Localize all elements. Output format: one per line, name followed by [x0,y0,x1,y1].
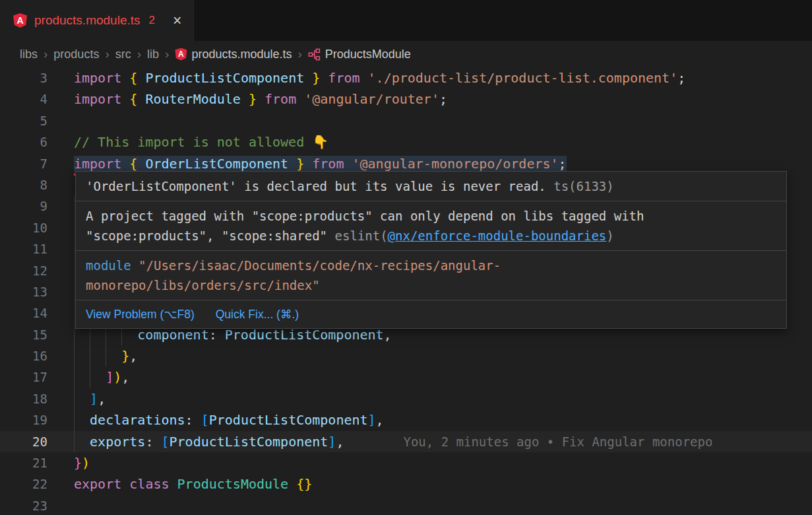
code-text[interactable]: import { RouterModule } from '@angular/r… [47,88,812,110]
line-number: 8 [0,174,47,195]
indent-guide [74,431,90,452]
code-line[interactable]: 18], [0,388,812,409]
tab-bar: A products.module.ts 2 × [0,0,812,41]
line-number: 17 [0,366,47,388]
breadcrumb-label: lib [147,48,159,61]
indent-guide [74,345,90,366]
tab-products-module[interactable]: A products.module.ts 2 × [0,0,194,41]
line-number: 15 [0,324,47,345]
breadcrumb-item-productsmodule[interactable]: ProductsModule [308,48,411,61]
code-line[interactable]: 4import { RouterModule } from '@angular/… [0,88,812,110]
line-number: 19 [0,409,47,430]
close-icon[interactable]: × [173,13,181,28]
code-text[interactable]: declarations: [ProductListComponent], [47,409,812,430]
line-number: 9 [0,195,47,217]
line-number: 10 [0,217,47,238]
tab-title: products.module.ts [34,13,141,28]
line-number: 4 [0,88,47,110]
angular-icon: A [13,13,27,28]
line-number: 5 [0,110,47,131]
breadcrumb-label: libs [20,48,38,61]
indent-guide [74,366,90,388]
line-number: 7 [0,153,47,174]
code-line[interactable]: 16}, [0,345,812,366]
hover-actions: View Problem (⌥F8)Quick Fix... (⌘.) [76,300,786,328]
angular-icon: A [175,48,187,61]
git-blame-annotation: You, 2 minutes ago • Fix Angular monorep… [403,434,712,449]
line-number: 12 [0,260,47,281]
indent-guide [74,388,90,409]
line-number: 14 [0,302,47,324]
error-underlined-code[interactable]: import { OrderListComponent } from '@ang… [74,156,567,172]
breadcrumb: libs›products›src›lib›Aproducts.module.t… [0,41,812,67]
breadcrumb-item-products-module-ts[interactable]: Aproducts.module.ts [175,48,292,61]
indent-guide [106,345,121,366]
breadcrumb-label: products [53,48,99,61]
eslint-error-message: A project tagged with "scope:products" c… [76,201,786,251]
breadcrumb-separator: › [105,47,109,61]
code-line[interactable]: 6// This import is not allowed 👇 [0,131,812,153]
hover-popup: 'OrderListComponent' is declared but its… [75,171,787,329]
view-problem-action[interactable]: View Problem (⌥F8) [86,305,195,324]
breadcrumb-separator: › [137,47,141,61]
line-number: 13 [0,281,47,302]
breadcrumb-label: src [115,48,131,61]
code-text[interactable]: // This import is not allowed 👇 [47,131,812,153]
code-line[interactable]: 19declarations: [ProductListComponent], [0,409,812,430]
breadcrumb-item-src[interactable]: src [115,48,131,61]
line-number: 23 [0,495,47,515]
breadcrumb-item-libs[interactable]: libs [20,48,38,61]
code-line[interactable]: 20exports: [ProductListComponent],You, 2… [0,431,812,452]
module-symbol-icon [308,48,321,61]
code-line[interactable]: 5 [0,110,812,131]
breadcrumb-separator: › [297,47,301,61]
code-text[interactable]: ], [47,388,812,409]
line-number: 16 [0,345,47,366]
code-text[interactable]: import { ProductListComponent } from './… [47,67,812,88]
breadcrumb-item-lib[interactable]: lib [147,48,159,61]
code-text[interactable] [47,495,812,515]
code-text[interactable]: ]), [47,366,812,388]
module-path-info: module "/Users/isaac/Documents/code/nx-r… [76,251,786,300]
code-text[interactable] [47,110,812,131]
indent-guide [74,409,90,430]
ts-error-message: 'OrderListComponent' is declared but its… [76,172,786,201]
code-line[interactable]: 3import { ProductListComponent } from '.… [0,67,812,88]
code-line[interactable]: 17]), [0,366,812,388]
breadcrumb-label: products.module.ts [191,48,292,61]
code-line[interactable]: 23 [0,495,812,515]
line-number: 21 [0,452,47,473]
quick-fix-action[interactable]: Quick Fix... (⌘.) [216,305,299,324]
code-line[interactable]: 21}) [0,452,812,473]
line-number: 20 [0,431,47,452]
line-number: 11 [0,238,47,259]
code-text[interactable]: }, [47,345,812,366]
eslint-rule-link[interactable]: @nx/enforce-module-boundaries [388,228,607,243]
breadcrumb-separator: › [44,47,47,61]
breadcrumb-item-products[interactable]: products [53,48,99,61]
code-text[interactable]: export class ProductsModule {} [47,473,812,495]
ts-error-code: ts(6133) [553,179,614,193]
line-number: 3 [0,67,47,88]
line-number: 22 [0,473,47,495]
breadcrumb-separator: › [165,47,169,61]
code-text[interactable]: }) [47,452,812,473]
code-text[interactable]: exports: [ProductListComponent],You, 2 m… [47,431,812,452]
breadcrumb-label: ProductsModule [325,48,411,61]
line-number: 18 [0,388,47,409]
tab-problem-count-badge: 2 [149,14,155,27]
indent-guide [90,366,106,388]
code-line[interactable]: 22export class ProductsModule {} [0,473,812,495]
indent-guide [90,345,106,366]
vscode-window: A products.module.ts 2 × libs›products›s… [0,0,812,515]
editor[interactable]: 3import { ProductListComponent } from '.… [0,67,812,515]
line-number: 6 [0,131,47,153]
